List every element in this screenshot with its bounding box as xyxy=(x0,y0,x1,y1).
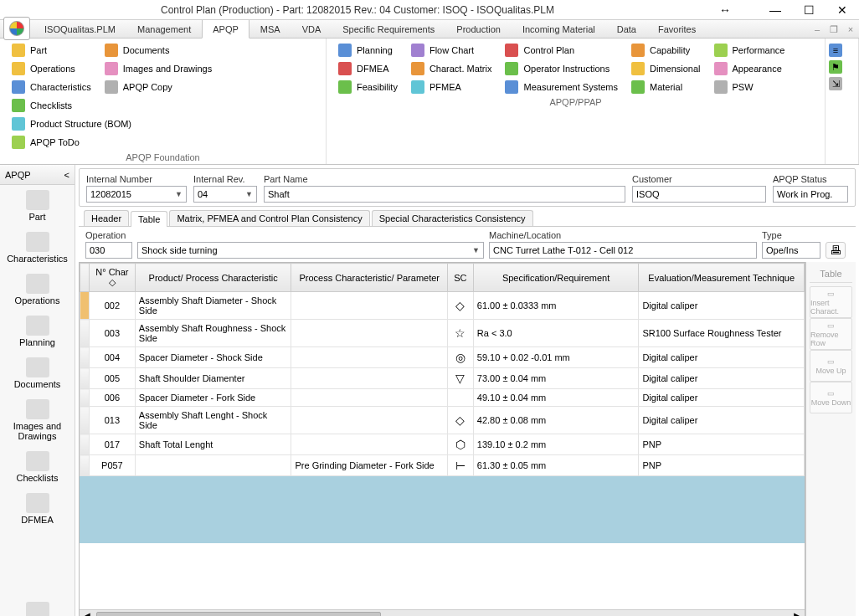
action-move-up[interactable]: ▭Move Up xyxy=(810,350,852,382)
table-row[interactable]: P057Pre Grinding Diameter - Fork Side⊢61… xyxy=(80,455,805,476)
ribbon-apqp-todo[interactable]: APQP ToDo xyxy=(8,134,135,151)
internal-number-combo[interactable]: 12082015▼ xyxy=(86,186,187,203)
ribbon-appearance[interactable]: Appearance xyxy=(711,60,789,77)
tab-header[interactable]: Header xyxy=(84,210,129,226)
nav-dfmea[interactable]: DFMEA xyxy=(0,488,75,530)
col-header[interactable]: Evaluation/Measurement Technique xyxy=(639,264,805,292)
tab-special-characteristics-consistency[interactable]: Special Characteristics Consistency xyxy=(372,210,533,226)
ribbon-apqp-copy[interactable]: APQP Copy xyxy=(101,79,215,95)
action-insert-charact-[interactable]: ▭Insert Charact. xyxy=(810,286,852,318)
col-header[interactable] xyxy=(80,264,90,292)
ribbon-dfmea[interactable]: DFMEA xyxy=(335,60,401,77)
dim-icon xyxy=(631,62,645,75)
table-row[interactable]: 005Shaft Shoulder Diamenter▽73.00 ± 0.04… xyxy=(80,368,805,389)
export-icon[interactable]: ⇲ xyxy=(829,77,842,90)
left-strip-more[interactable] xyxy=(0,597,75,616)
col-header[interactable]: N° Char ◇ xyxy=(89,264,135,292)
col-header[interactable]: Product/ Process Characteristic xyxy=(135,264,291,292)
nav-planning[interactable]: Planning xyxy=(0,311,75,352)
nav-checklists[interactable]: Checklists xyxy=(0,446,75,488)
close-button[interactable]: ✕ xyxy=(826,0,859,20)
ribbon-characteristics[interactable]: Characteristics xyxy=(8,79,95,95)
col-header[interactable]: Process Characteristic/ Parameter xyxy=(291,264,448,292)
ribbon-checklists[interactable]: Checklists xyxy=(8,97,135,114)
part-name-label: Part Name xyxy=(264,174,625,184)
col-header[interactable]: Specification/Requirement xyxy=(473,264,639,292)
operation-code-field[interactable]: 030 xyxy=(85,242,132,259)
app-menu-button[interactable] xyxy=(3,17,30,40)
nav-operations[interactable]: Operations xyxy=(0,269,75,311)
ribbon-planning[interactable]: Planning xyxy=(335,42,401,59)
menu-tab-favorites[interactable]: Favorites xyxy=(647,20,707,38)
menu-tab-apqp[interactable]: APQP xyxy=(202,20,249,38)
ribbon-psw[interactable]: PSW xyxy=(711,79,789,95)
ribbon-operator-instructions[interactable]: Operator Instructions xyxy=(502,60,620,77)
scroll-left-icon[interactable]: ◄ xyxy=(83,610,92,616)
mdi-close-icon[interactable]: × xyxy=(842,20,859,38)
table-row[interactable]: 017Shaft Total Lenght⬡139.10 ± 0.2 mmPNP xyxy=(80,434,805,455)
ribbon-performance[interactable]: Performance xyxy=(711,42,789,59)
horizontal-scrollbar[interactable]: ◄ ► xyxy=(80,609,805,616)
nav-part[interactable]: Part xyxy=(0,185,75,227)
machine-field[interactable]: CNC Turret Lathe T-012 - Cell 012 xyxy=(489,242,757,259)
scrollbar-thumb[interactable] xyxy=(96,612,381,616)
mdi-minimize-icon[interactable]: – xyxy=(809,20,826,38)
data-table-scroll[interactable]: N° Char ◇Product/ Process Characteristic… xyxy=(80,263,805,609)
table-row[interactable]: 002Assembly Shaft Diameter - Shock Side◇… xyxy=(80,292,805,320)
table-row[interactable]: 004Spacer Diameter - Shock Side◎59.10 + … xyxy=(80,347,805,368)
ribbon-measurement-systems[interactable]: Measurement Systems xyxy=(502,79,620,95)
ribbon-product-structure-bom-[interactable]: Product Structure (BOM) xyxy=(8,116,135,132)
ribbon-control-plan[interactable]: Control Plan xyxy=(502,42,620,59)
ribbon-images-and-drawings[interactable]: Images and Drawings xyxy=(101,60,215,77)
scroll-right-icon[interactable]: ► xyxy=(792,610,801,616)
table-row[interactable]: 013Assembly Shaft Lenght - Shock Side◇42… xyxy=(80,407,805,434)
print-button[interactable]: 🖶 xyxy=(826,242,846,259)
ribbon-documents[interactable]: Documents xyxy=(101,42,215,59)
ribbon-group-label: APQP Foundation xyxy=(8,151,317,162)
flag-icon[interactable]: ⚑ xyxy=(829,60,842,74)
tab-matrix-pfmea-and-control-plan-consistency[interactable]: Matrix, PFMEA and Control Plan Consisten… xyxy=(169,210,369,226)
main-panel: Internal Number 12082015▼ Internal Rev. … xyxy=(75,165,859,616)
action-remove-row[interactable]: ▭Remove Row xyxy=(810,318,852,350)
menu-tab-data[interactable]: Data xyxy=(606,20,647,38)
ribbon-part[interactable]: Part xyxy=(8,42,95,59)
tab-table[interactable]: Table xyxy=(131,211,167,227)
apqp-status-field[interactable]: Work in Prog. xyxy=(773,186,848,203)
table-row[interactable]: 006Spacer Diameter - Fork Side49.10 ± 0.… xyxy=(80,389,805,407)
menu-tab-incoming-material[interactable]: Incoming Material xyxy=(512,20,606,38)
left-nav-strip: APQP < PartCharacteristicsOperationsPlan… xyxy=(0,165,75,616)
nav-images-and-drawings[interactable]: Images and Drawings xyxy=(0,394,75,446)
nav-characteristics[interactable]: Characteristics xyxy=(0,227,75,269)
ribbon-flow-chart[interactable]: Flow Chart xyxy=(408,42,496,59)
action-move-down[interactable]: ▭Move Down xyxy=(810,382,852,413)
menu-tab-vda[interactable]: VDA xyxy=(291,20,332,38)
menu-tab-specific-requirements[interactable]: Specific Requirements xyxy=(332,20,445,38)
operation-desc-combo[interactable]: Shock side turning▼ xyxy=(137,242,484,259)
list-view-icon[interactable]: ≡ xyxy=(829,44,842,57)
ribbon-charact-matrix[interactable]: Charact. Matrix xyxy=(408,60,496,77)
ribbon-dimensional[interactable]: Dimensional xyxy=(628,60,704,77)
gear-icon xyxy=(12,62,25,75)
ribbon-capability[interactable]: Capability xyxy=(628,42,704,59)
work-area: APQP < PartCharacteristicsOperationsPlan… xyxy=(0,165,859,616)
ribbon-operations[interactable]: Operations xyxy=(8,60,95,77)
menu-tab-production[interactable]: Production xyxy=(445,20,512,38)
table-row[interactable]: 003Assembly Shaft Roughness - Shock Side… xyxy=(80,320,805,347)
col-header[interactable]: SC xyxy=(448,264,474,292)
internal-rev-combo[interactable]: 04▼ xyxy=(193,186,257,203)
mdi-restore-icon[interactable]: ❐ xyxy=(826,20,842,38)
part-name-field[interactable]: Shaft xyxy=(264,186,625,203)
minimize-button[interactable]: — xyxy=(759,0,792,20)
type-field[interactable]: Ope/Ins xyxy=(762,242,820,259)
menu-tab-isoqualitas-plm[interactable]: ISOQualitas.PLM xyxy=(33,20,126,38)
nav-icon xyxy=(26,190,49,210)
ribbon-material[interactable]: Material xyxy=(628,79,704,95)
menu-tab-management[interactable]: Management xyxy=(126,20,202,38)
ribbon-pfmea[interactable]: PFMEA xyxy=(408,79,496,95)
nav-documents[interactable]: Documents xyxy=(0,352,75,394)
customer-field[interactable]: ISOQ xyxy=(632,186,766,203)
maximize-button[interactable]: ☐ xyxy=(792,0,826,20)
ribbon-feasibility[interactable]: Feasibility xyxy=(335,79,401,95)
collapse-icon[interactable]: < xyxy=(64,170,69,180)
menu-tab-msa[interactable]: MSA xyxy=(249,20,291,38)
